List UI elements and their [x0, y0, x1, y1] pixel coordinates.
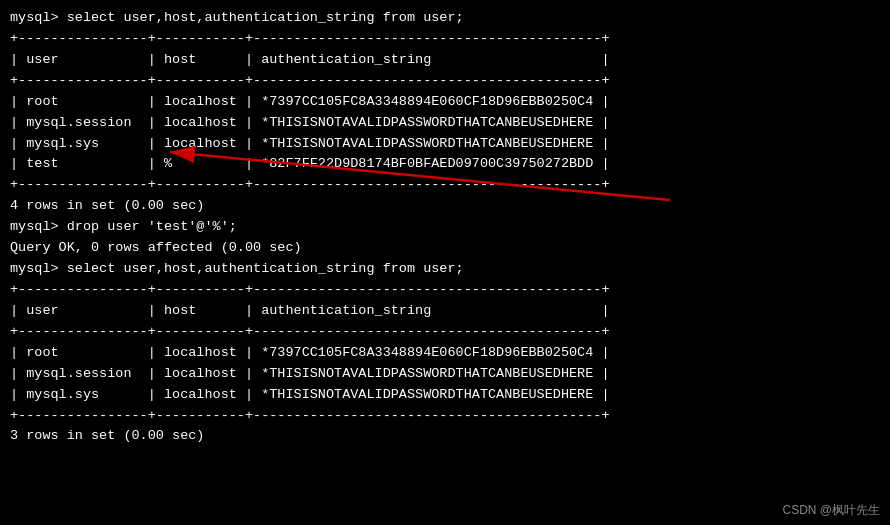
- terminal-line-9: 4 rows in set (0.00 sec): [10, 196, 880, 217]
- terminal-line-4: | root | localhost | *7397CC105FC8A33488…: [10, 92, 880, 113]
- terminal-line-16: | user | host | authentication_string |: [10, 301, 880, 322]
- terminal-line-20: | mysql.sys | localhost | *THISISNOTAVAL…: [10, 385, 880, 406]
- terminal-line-18: | root | localhost | *7397CC105FC8A33488…: [10, 343, 880, 364]
- terminal: mysql> select user,host,authentication_s…: [0, 0, 890, 525]
- terminal-line-17: +----------------+-----------+----------…: [10, 322, 880, 343]
- terminal-line-0: mysql> select user,host,authentication_s…: [10, 8, 880, 29]
- terminal-line-2: | user | host | authentication_string |: [10, 50, 880, 71]
- terminal-line-19: | mysql.session | localhost | *THISISNOT…: [10, 364, 880, 385]
- terminal-line-8: +----------------+-----------+----------…: [10, 175, 880, 196]
- terminal-line-11: mysql> drop user 'test'@'%';: [10, 217, 880, 238]
- terminal-line-7: | test | % | *82F7FF22D9D8174BF0BFAED097…: [10, 154, 880, 175]
- terminal-line-14: mysql> select user,host,authentication_s…: [10, 259, 880, 280]
- terminal-line-22: 3 rows in set (0.00 sec): [10, 426, 880, 447]
- terminal-output: mysql> select user,host,authentication_s…: [10, 8, 880, 447]
- terminal-line-3: +----------------+-----------+----------…: [10, 71, 880, 92]
- watermark: CSDN @枫叶先生: [782, 502, 880, 519]
- terminal-line-15: +----------------+-----------+----------…: [10, 280, 880, 301]
- terminal-line-6: | mysql.sys | localhost | *THISISNOTAVAL…: [10, 134, 880, 155]
- terminal-line-12: Query OK, 0 rows affected (0.00 sec): [10, 238, 880, 259]
- terminal-line-21: +----------------+-----------+----------…: [10, 406, 880, 427]
- terminal-line-5: | mysql.session | localhost | *THISISNOT…: [10, 113, 880, 134]
- terminal-line-1: +----------------+-----------+----------…: [10, 29, 880, 50]
